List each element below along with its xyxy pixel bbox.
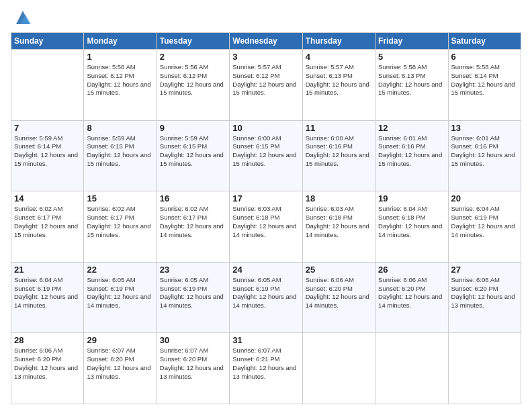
- weekday-header-wednesday: Wednesday: [230, 33, 302, 50]
- weekday-header-thursday: Thursday: [302, 33, 375, 50]
- day-cell: [448, 333, 521, 404]
- day-number: 22: [87, 265, 153, 275]
- day-info: Sunrise: 5:59 AMSunset: 6:14 PMDaylight:…: [14, 134, 81, 169]
- day-info: Sunrise: 6:01 AMSunset: 6:16 PMDaylight:…: [451, 134, 518, 169]
- day-info: Sunrise: 5:57 AMSunset: 6:13 PMDaylight:…: [306, 63, 372, 97]
- week-row-5: 28Sunrise: 6:06 AMSunset: 6:20 PMDayligh…: [11, 333, 521, 404]
- day-number: 15: [87, 193, 153, 203]
- day-info: Sunrise: 6:04 AMSunset: 6:19 PMDaylight:…: [451, 205, 518, 239]
- day-cell: 2Sunrise: 5:56 AMSunset: 6:12 PMDaylight…: [157, 50, 229, 121]
- day-cell: 20Sunrise: 6:04 AMSunset: 6:19 PMDayligh…: [448, 191, 521, 263]
- day-info: Sunrise: 6:07 AMSunset: 6:20 PMDaylight:…: [87, 347, 153, 381]
- day-cell: 5Sunrise: 5:58 AMSunset: 6:13 PMDaylight…: [375, 50, 448, 121]
- day-info: Sunrise: 6:04 AMSunset: 6:18 PMDaylight:…: [378, 205, 445, 239]
- weekday-header-row: SundayMondayTuesdayWednesdayThursdayFrid…: [11, 33, 521, 50]
- day-number: 1: [87, 52, 153, 62]
- week-row-1: 1Sunrise: 5:56 AMSunset: 6:12 PMDaylight…: [11, 50, 521, 121]
- day-number: 17: [232, 193, 299, 203]
- day-number: 31: [232, 335, 299, 345]
- day-info: Sunrise: 6:00 AMSunset: 6:15 PMDaylight:…: [232, 134, 299, 169]
- day-info: Sunrise: 6:06 AMSunset: 6:20 PMDaylight:…: [14, 347, 81, 381]
- day-cell: 6Sunrise: 5:58 AMSunset: 6:14 PMDaylight…: [448, 50, 521, 121]
- day-number: 26: [378, 265, 445, 275]
- day-number: 24: [232, 265, 299, 275]
- day-info: Sunrise: 5:56 AMSunset: 6:12 PMDaylight:…: [160, 63, 226, 97]
- day-number: 11: [306, 123, 372, 133]
- day-cell: [302, 333, 375, 404]
- weekday-header-monday: Monday: [84, 33, 157, 50]
- weekday-header-saturday: Saturday: [448, 33, 521, 50]
- calendar-page: SundayMondayTuesdayWednesdayThursdayFrid…: [0, 0, 532, 411]
- day-number: 30: [160, 335, 226, 345]
- day-number: 9: [160, 123, 226, 133]
- day-info: Sunrise: 6:01 AMSunset: 6:16 PMDaylight:…: [378, 134, 445, 169]
- day-number: 28: [14, 335, 81, 345]
- day-number: 19: [378, 193, 445, 203]
- day-info: Sunrise: 5:56 AMSunset: 6:12 PMDaylight:…: [87, 63, 153, 97]
- day-cell: [375, 333, 448, 404]
- day-cell: 28Sunrise: 6:06 AMSunset: 6:20 PMDayligh…: [11, 333, 84, 404]
- day-info: Sunrise: 5:58 AMSunset: 6:14 PMDaylight:…: [451, 63, 518, 97]
- day-number: 6: [451, 52, 518, 62]
- day-number: 16: [160, 193, 226, 203]
- day-number: 21: [14, 265, 81, 275]
- day-cell: 18Sunrise: 6:03 AMSunset: 6:18 PMDayligh…: [302, 191, 375, 263]
- day-number: 25: [306, 265, 372, 275]
- day-info: Sunrise: 6:05 AMSunset: 6:19 PMDaylight:…: [87, 276, 153, 310]
- day-info: Sunrise: 5:58 AMSunset: 6:13 PMDaylight:…: [378, 63, 445, 97]
- day-cell: 13Sunrise: 6:01 AMSunset: 6:16 PMDayligh…: [448, 120, 521, 191]
- day-info: Sunrise: 6:02 AMSunset: 6:17 PMDaylight:…: [160, 205, 226, 239]
- week-row-2: 7Sunrise: 5:59 AMSunset: 6:14 PMDaylight…: [11, 120, 521, 191]
- day-info: Sunrise: 6:06 AMSunset: 6:20 PMDaylight:…: [451, 276, 518, 310]
- day-cell: 21Sunrise: 6:04 AMSunset: 6:19 PMDayligh…: [11, 262, 84, 333]
- day-cell: 19Sunrise: 6:04 AMSunset: 6:18 PMDayligh…: [375, 191, 448, 263]
- day-cell: 4Sunrise: 5:57 AMSunset: 6:13 PMDaylight…: [302, 50, 375, 121]
- day-number: 29: [87, 335, 153, 345]
- day-cell: 31Sunrise: 6:07 AMSunset: 6:21 PMDayligh…: [230, 333, 302, 404]
- day-info: Sunrise: 6:02 AMSunset: 6:17 PMDaylight:…: [14, 205, 81, 239]
- day-info: Sunrise: 6:06 AMSunset: 6:20 PMDaylight:…: [306, 276, 372, 310]
- day-cell: 8Sunrise: 5:59 AMSunset: 6:15 PMDaylight…: [84, 120, 157, 191]
- weekday-header-tuesday: Tuesday: [157, 33, 229, 50]
- day-cell: 11Sunrise: 6:00 AMSunset: 6:16 PMDayligh…: [302, 120, 375, 191]
- day-cell: 16Sunrise: 6:02 AMSunset: 6:17 PMDayligh…: [157, 191, 229, 263]
- day-number: 10: [232, 123, 299, 133]
- day-number: 2: [160, 52, 226, 62]
- day-cell: 24Sunrise: 6:05 AMSunset: 6:19 PMDayligh…: [230, 262, 302, 333]
- day-info: Sunrise: 6:07 AMSunset: 6:20 PMDaylight:…: [160, 347, 226, 381]
- day-cell: 23Sunrise: 6:05 AMSunset: 6:19 PMDayligh…: [157, 262, 229, 333]
- day-info: Sunrise: 6:03 AMSunset: 6:18 PMDaylight:…: [232, 205, 299, 239]
- day-cell: [11, 50, 84, 121]
- day-cell: 17Sunrise: 6:03 AMSunset: 6:18 PMDayligh…: [230, 191, 302, 263]
- day-number: 14: [14, 193, 81, 203]
- day-cell: 9Sunrise: 5:59 AMSunset: 6:15 PMDaylight…: [157, 120, 229, 191]
- day-info: Sunrise: 6:02 AMSunset: 6:17 PMDaylight:…: [87, 205, 153, 239]
- day-number: 8: [87, 123, 153, 133]
- day-info: Sunrise: 6:07 AMSunset: 6:21 PMDaylight:…: [232, 347, 299, 381]
- day-number: 13: [451, 123, 518, 133]
- day-info: Sunrise: 6:06 AMSunset: 6:20 PMDaylight:…: [378, 276, 445, 310]
- day-number: 3: [232, 52, 299, 62]
- weekday-header-sunday: Sunday: [11, 33, 84, 50]
- day-cell: 12Sunrise: 6:01 AMSunset: 6:16 PMDayligh…: [375, 120, 448, 191]
- day-number: 4: [306, 52, 372, 62]
- day-info: Sunrise: 6:05 AMSunset: 6:19 PMDaylight:…: [160, 276, 226, 310]
- week-row-4: 21Sunrise: 6:04 AMSunset: 6:19 PMDayligh…: [11, 262, 521, 333]
- logo: [11, 8, 32, 27]
- day-number: 5: [378, 52, 445, 62]
- day-cell: 22Sunrise: 6:05 AMSunset: 6:19 PMDayligh…: [84, 262, 157, 333]
- day-number: 12: [378, 123, 445, 133]
- day-info: Sunrise: 6:05 AMSunset: 6:19 PMDaylight:…: [232, 276, 299, 310]
- day-info: Sunrise: 6:03 AMSunset: 6:18 PMDaylight:…: [306, 205, 372, 239]
- day-number: 27: [451, 265, 518, 275]
- day-cell: 1Sunrise: 5:56 AMSunset: 6:12 PMDaylight…: [84, 50, 157, 121]
- day-info: Sunrise: 6:04 AMSunset: 6:19 PMDaylight:…: [14, 276, 81, 310]
- week-row-3: 14Sunrise: 6:02 AMSunset: 6:17 PMDayligh…: [11, 191, 521, 263]
- day-cell: 15Sunrise: 6:02 AMSunset: 6:17 PMDayligh…: [84, 191, 157, 263]
- day-cell: 30Sunrise: 6:07 AMSunset: 6:20 PMDayligh…: [157, 333, 229, 404]
- day-cell: 10Sunrise: 6:00 AMSunset: 6:15 PMDayligh…: [230, 120, 302, 191]
- day-info: Sunrise: 6:00 AMSunset: 6:16 PMDaylight:…: [306, 134, 372, 169]
- logo-icon: [13, 8, 32, 27]
- day-cell: 14Sunrise: 6:02 AMSunset: 6:17 PMDayligh…: [11, 191, 84, 263]
- day-cell: 29Sunrise: 6:07 AMSunset: 6:20 PMDayligh…: [84, 333, 157, 404]
